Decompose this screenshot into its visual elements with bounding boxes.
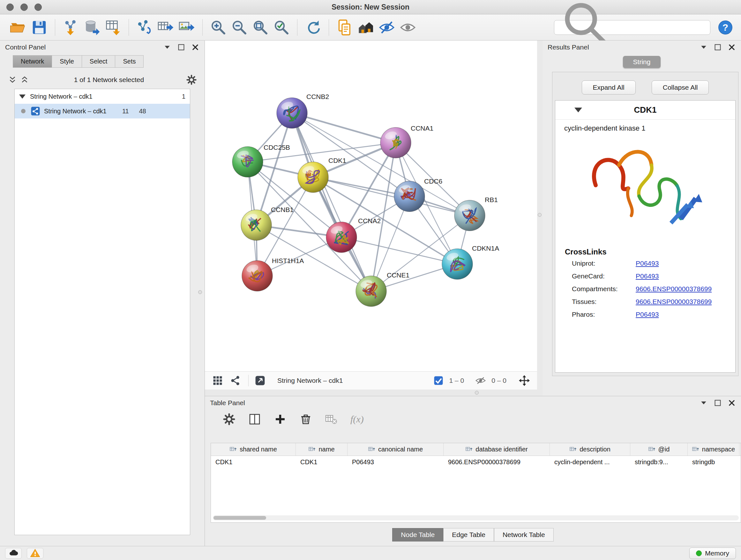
node-CDKN1A[interactable]: CDKN1A	[442, 245, 499, 279]
help-icon[interactable]: ?	[718, 19, 733, 36]
close-window-button[interactable]	[6, 3, 14, 11]
tab-network-table[interactable]: Network Table	[494, 528, 554, 542]
export-image-icon[interactable]	[178, 19, 195, 36]
tab-style[interactable]: Style	[52, 55, 81, 68]
tree-expand-caret-icon[interactable]	[19, 95, 25, 99]
delete-column-trash-icon[interactable]	[299, 413, 312, 426]
tab-node-table[interactable]: Node Table	[392, 528, 443, 542]
collapse-all-button[interactable]: Collapse All	[652, 80, 709, 95]
refresh-icon[interactable]	[305, 19, 322, 36]
table-options-gear-icon[interactable]	[223, 413, 235, 426]
node-CCNB2[interactable]: CCNB2	[277, 93, 329, 128]
network-canvas[interactable]: CCNB2CCNA1CDC25BCDK1CDC6RB1CCNB1CCNA2CDK…	[205, 41, 537, 371]
column-header-database-identifier[interactable]: database identifier	[444, 443, 550, 455]
column-header-shared-name[interactable]: shared name	[211, 443, 296, 455]
table-cell[interactable]: CDK1	[296, 456, 347, 469]
clone-network-icon[interactable]	[136, 19, 153, 36]
open-external-window-icon[interactable]	[254, 375, 266, 386]
scrollbar-thumb[interactable]	[213, 516, 266, 520]
panel-close-icon[interactable]	[728, 43, 736, 51]
panel-float-icon[interactable]	[714, 399, 722, 407]
import-network-database-icon[interactable]	[83, 19, 100, 36]
column-sort-icon[interactable]	[465, 446, 473, 453]
table-cell[interactable]: CDK1	[211, 456, 296, 469]
zoom-in-icon[interactable]	[210, 19, 227, 36]
node-CCNB1[interactable]: CCNB1	[241, 206, 293, 240]
zoom-selected-icon[interactable]	[273, 19, 290, 36]
edge-CCNA2-CDKN1A[interactable]	[341, 237, 457, 264]
network-share-icon[interactable]	[230, 375, 241, 386]
panel-float-icon[interactable]	[714, 43, 722, 51]
home-icon[interactable]	[357, 19, 374, 36]
column-sort-icon[interactable]	[648, 446, 656, 453]
collapse-all-networks-icon[interactable]	[8, 75, 17, 84]
open-folder-icon[interactable]	[10, 19, 27, 36]
zoom-out-icon[interactable]	[231, 19, 248, 36]
hide-elements-icon[interactable]	[378, 19, 395, 36]
crosslink-link[interactable]: P06493	[636, 260, 659, 267]
network-collection-row[interactable]: String Network – cdk1 1	[15, 89, 190, 104]
column-sort-icon[interactable]	[569, 446, 577, 453]
show-columns-icon[interactable]	[248, 413, 261, 426]
search-input[interactable]	[622, 23, 706, 31]
export-table-icon[interactable]	[157, 19, 174, 36]
tab-sets[interactable]: Sets	[115, 55, 144, 68]
panel-close-icon[interactable]	[728, 399, 736, 407]
selected-checkbox-icon[interactable]	[433, 375, 444, 386]
expand-all-button[interactable]: Expand All	[582, 80, 636, 95]
string-results-tab[interactable]: String	[623, 56, 661, 68]
node-HIST1H1A[interactable]: HIST1H1A	[242, 257, 304, 291]
table-horizontal-scrollbar[interactable]	[213, 515, 739, 520]
table-cell[interactable]: stringdb:9...	[630, 456, 688, 469]
crosslink-link[interactable]: 9606.ENSP00000378699	[636, 298, 712, 306]
birds-eye-view-icon[interactable]	[212, 375, 223, 386]
tab-network[interactable]: Network	[13, 55, 52, 68]
column-sort-icon[interactable]	[308, 446, 316, 453]
table-cell[interactable]: P06493	[347, 456, 444, 469]
tab-select[interactable]: Select	[82, 55, 115, 68]
import-table-file-icon[interactable]	[105, 19, 122, 36]
search-box[interactable]	[554, 20, 711, 35]
edge-CCNB2-CCNE1[interactable]	[292, 113, 371, 291]
column-sort-icon[interactable]	[229, 446, 237, 453]
panel-menu-icon[interactable]	[699, 399, 708, 407]
column-header--id[interactable]: @id	[630, 443, 688, 455]
column-sort-icon[interactable]	[368, 446, 376, 453]
crosslink-link[interactable]: P06493	[636, 311, 659, 318]
maximize-window-button[interactable]	[35, 3, 42, 11]
column-header-namespace[interactable]: namespace	[688, 443, 739, 455]
table-cell[interactable]: stringdb	[688, 456, 739, 469]
import-network-file-icon[interactable]	[62, 19, 79, 36]
crosslink-link[interactable]: 9606.ENSP00000378699	[636, 285, 712, 293]
show-elements-icon[interactable]	[399, 19, 416, 36]
column-sort-icon[interactable]	[692, 446, 699, 453]
minimize-window-button[interactable]	[20, 3, 28, 11]
memory-button[interactable]: Memory	[689, 548, 736, 559]
column-header-canonical-name[interactable]: canonical name	[347, 443, 444, 455]
table-row[interactable]: CDK1CDK1P064939606.ENSP00000378699cyclin…	[211, 456, 741, 469]
tab-edge-table[interactable]: Edge Table	[443, 528, 494, 542]
duplicate-pages-icon[interactable]	[336, 19, 353, 36]
node-CDK1[interactable]: CDK1	[298, 157, 346, 192]
hidden-eye-icon[interactable]	[475, 375, 486, 386]
edge-CCNB2-CCNA1[interactable]	[292, 113, 396, 143]
bottom-splitter-handle[interactable]	[475, 391, 479, 395]
node-RB1[interactable]: RB1	[455, 196, 498, 231]
left-splitter-handle[interactable]	[198, 290, 202, 294]
network-options-gear-icon[interactable]	[186, 74, 197, 85]
right-splitter-handle[interactable]	[538, 213, 542, 217]
zoom-fit-icon[interactable]	[252, 19, 269, 36]
column-header-description[interactable]: description	[550, 443, 630, 455]
network-row-selected[interactable]: String Network – cdk1 11 48	[15, 104, 190, 118]
node-CCNA1[interactable]: CCNA1	[381, 125, 433, 158]
panel-close-icon[interactable]	[191, 43, 199, 51]
cloud-icon[interactable]	[5, 548, 22, 559]
table-cell[interactable]: cyclin-dependent ...	[550, 456, 630, 469]
save-icon[interactable]	[30, 19, 48, 36]
column-header-name[interactable]: name	[296, 443, 347, 455]
table-cell[interactable]: 9606.ENSP00000378699	[444, 456, 550, 469]
edge-CDK1-RB1[interactable]	[313, 177, 470, 215]
panel-menu-icon[interactable]	[699, 43, 708, 51]
crosslink-link[interactable]: P06493	[636, 272, 659, 280]
add-column-icon[interactable]	[274, 413, 286, 426]
